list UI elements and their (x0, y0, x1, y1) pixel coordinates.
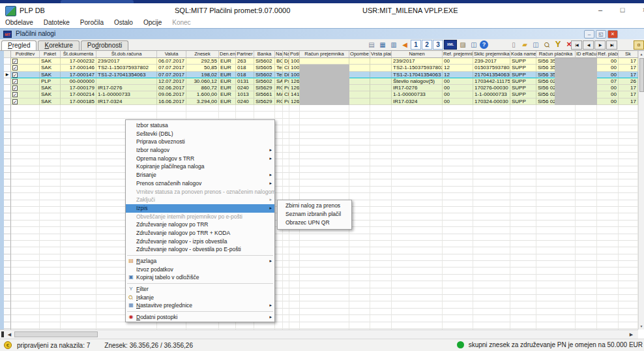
mdi-restore-button[interactable]: ◱ (596, 30, 606, 38)
column-header-opombe[interactable]: Opombe (349, 51, 370, 58)
context-menu-item-se-tevki-dbl[interactable]: Seštevki (DBL) (126, 130, 274, 138)
scroll-down-icon[interactable]: ▼ (639, 323, 644, 329)
row-checkbox[interactable]: ✓ (12, 65, 18, 70)
column-header-naz[interactable]: Naz (275, 51, 283, 58)
column-header-banka[interactable]: Banka (254, 51, 275, 58)
menubar-item-poro-ila[interactable]: Poročila (80, 18, 104, 28)
row-checkbox[interactable]: ✓ (12, 99, 18, 104)
copies-2-button[interactable]: 2 (422, 40, 432, 50)
context-menu-item-prenos-ozna-enih-nalogov[interactable]: Prenos označenih nalogov▸ (126, 179, 274, 188)
context-menu-item-iskanje[interactable]: ϘIskanje (126, 294, 274, 302)
column-header-id-era-una[interactable]: ID eRačuna (576, 51, 597, 58)
context-menu-item-kopiranje-pla-ilnega-naloga[interactable]: Kopiranje plačilnega naloga (126, 162, 274, 171)
tab-pregled[interactable]: Pregled (1, 40, 37, 50)
nav-last-button[interactable]: ▶| (606, 40, 617, 50)
column-header-znesek[interactable]: Znesek (186, 51, 219, 58)
context-menu-item-dodatni-postopki[interactable]: ◉Dodatni postopki▸ (126, 313, 274, 322)
context-menu-item-zdru-evanje-nalogov-po-trr-koda[interactable]: Združevanje nalogov po TRR + KODA (126, 229, 274, 237)
column-header-po-ta[interactable]: Pošta (289, 51, 300, 58)
copies-1-button[interactable]: 1 (411, 40, 421, 50)
context-menu-item-priprava-obveznosti[interactable]: Priprava obveznosti (126, 138, 274, 146)
print-settings-icon[interactable]: ▥ (388, 40, 399, 50)
context-menu-item-izbor-nalogov[interactable]: Izbor nalogov▸ (126, 146, 274, 155)
column-header-vrsta-pla-ila[interactable]: Vrsta plačila (370, 51, 392, 58)
print-icon[interactable]: ▦ (377, 40, 388, 50)
context-menu-item-kopiraj-tabelo-v-odlo-i-e[interactable]: ▣Kopiraj tabelo v odložišče (126, 273, 274, 282)
maximize-button[interactable]: □ (617, 5, 628, 16)
horizontal-scroll-thumb[interactable] (14, 331, 98, 337)
column-header-ra-un-pla-nika[interactable]: Račun plačnika (536, 51, 576, 58)
column-header-koda-namena[interactable]: Koda namena (510, 51, 536, 58)
tab-podrobnosti[interactable]: Podrobnosti (81, 40, 128, 50)
nav-first-button[interactable]: |◀ (571, 40, 582, 50)
column-header-partner[interactable]: Partner (236, 51, 254, 58)
column-header-potrditev[interactable]: Potrditev (11, 51, 40, 58)
minimize-button[interactable]: – (594, 5, 606, 16)
open-folder-icon[interactable]: ▰ (520, 40, 530, 50)
chat-icon[interactable]: ◫ (469, 40, 479, 50)
row-checkbox[interactable]: ✓ (12, 92, 18, 97)
search-icon[interactable]: Ϙ (542, 40, 552, 50)
column-header-paket[interactable]: Paket (40, 51, 61, 58)
context-menu-item-izvoz-podatkov[interactable]: Izvoz podatkov (126, 266, 274, 274)
scroll-right-icon[interactable]: ▶ (627, 331, 636, 338)
copy-page-icon[interactable]: ▤ (366, 40, 377, 50)
context-menu-item-brisanje[interactable]: Brisanje▸ (126, 171, 274, 179)
column-header-namen[interactable]: Namen (392, 51, 443, 58)
column-header-t-dokumenta[interactable]: Št.dokumenta (61, 51, 96, 58)
column-header-den-enota[interactable]: Den.enota (219, 51, 236, 58)
column-header-valuta[interactable]: Valuta (157, 51, 186, 58)
nav-next-button[interactable]: ▶ (594, 40, 606, 50)
context-menu-item-filter[interactable]: YFilter (126, 285, 274, 294)
context-menu-item-izpis[interactable]: Izpis▸ (126, 204, 274, 213)
print-list-icon[interactable]: ◫ (531, 40, 541, 50)
empty-cell (11, 145, 40, 152)
column-header-ref-prejemnika[interactable]: Ref. prejemnika (443, 51, 473, 58)
menubar-item-ostalo[interactable]: Ostalo (114, 18, 133, 28)
column-header-ra-un-prejemnika[interactable]: Račun prejemnika (300, 51, 349, 58)
column-header-sklic-prejemnika[interactable]: Sklic prejemnika (473, 51, 510, 58)
context-menu-item-oprema-nalogov-s-trr[interactable]: Oprema nalogov s TRR▸ (126, 155, 274, 163)
filter-icon[interactable]: Y (553, 40, 563, 50)
close-button[interactable]: × (639, 5, 644, 16)
context-menu-item-zdru-evanje-nalogov-obvestila-po-e-po-ti[interactable]: Združevanje nalogov - obvestila po E-poš… (126, 245, 274, 254)
submenu-item-zbirni-nalog-za-prenos[interactable]: Zbirni nalog za prenos (278, 202, 351, 210)
vertical-scrollbar[interactable]: ▲ ▼ (638, 51, 644, 329)
scroll-up-icon[interactable]: ▲ (639, 51, 644, 57)
row-checkbox[interactable]: ✓ (12, 85, 18, 91)
nav-prev-button[interactable]: ◀ (583, 40, 594, 50)
column-header-t-dob-ra-una[interactable]: Št.dob.računa (96, 51, 157, 58)
menubar-item-datoteke[interactable]: Datoteke (44, 18, 70, 28)
context-menu-item-nastavitve-preglednice[interactable]: ▦Nastavitve preglednice▸ (126, 301, 274, 310)
column-header-na[interactable]: Na (283, 51, 289, 58)
menubar-item-obdelave[interactable]: Obdelave (5, 18, 33, 28)
pane-splitter[interactable] (1, 331, 4, 337)
menubar-item-opcije[interactable]: Opcije (143, 18, 162, 28)
submenu-item-seznam-izbranih-pla-il[interactable]: Seznam izbranih plačil (278, 210, 351, 219)
row-checkbox[interactable]: ✓ (12, 79, 18, 84)
announce-icon[interactable]: ◀ (400, 40, 410, 50)
xml-export-button[interactable]: XML (444, 40, 457, 50)
copies-3-button[interactable]: 3 (433, 40, 443, 50)
exit-icon[interactable]: ¤ (634, 40, 644, 50)
submenu-item-obrazec-upn-qr[interactable]: Obrazec UPN QR (278, 219, 351, 227)
context-menu-item-zdru-evanje-nalogov-izpis-obvestila[interactable]: Združevanje nalogov - izpis obvestila (126, 237, 274, 246)
new-document-icon[interactable]: ▯ (508, 40, 519, 50)
column-header-ref-pla-nika[interactable]: Ref. plačnika (597, 51, 619, 58)
context-menu-item-izbor-statusa[interactable]: Izbor statusa (126, 121, 274, 130)
column-header-sk[interactable]: Sk (619, 51, 638, 58)
row-checkbox[interactable]: ✓ (12, 72, 18, 78)
context-menu-item-razlaga[interactable]: ▤Razlaga▸ (126, 257, 274, 266)
clipboard-icon[interactable]: ▨ (458, 40, 468, 50)
scroll-left-icon[interactable]: ◀ (5, 331, 14, 338)
mdi-minimize-button[interactable]: – (584, 30, 594, 38)
help-icon[interactable]: ? (480, 40, 488, 49)
table-row[interactable]: ✓SAK17-000232239/201706.07.2017292,55EUR… (4, 58, 638, 65)
menubar-item-konec[interactable]: Konec (172, 18, 190, 28)
vertical-scroll-thumb[interactable] (639, 58, 644, 92)
tab-korekture[interactable]: Korekture (38, 40, 79, 50)
row-checkbox[interactable]: ✓ (12, 59, 18, 64)
mdi-close-button[interactable]: × (607, 30, 618, 38)
context-menu-item-zdru-evanje-nalogov-po-trr[interactable]: Združevanje nalogov po TRR (126, 221, 274, 229)
horizontal-scrollbar[interactable]: ◀ ▶ (0, 329, 638, 339)
